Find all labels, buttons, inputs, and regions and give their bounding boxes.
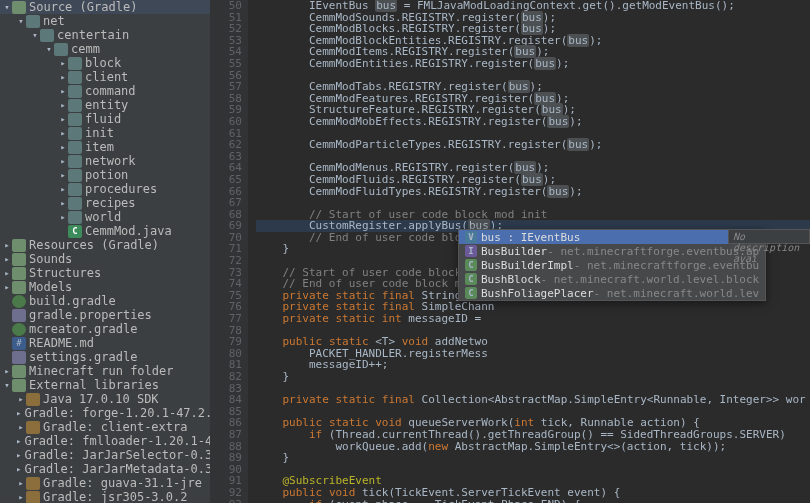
tree-item[interactable]: ▸Sounds xyxy=(0,252,210,266)
code-line[interactable]: workQueue.add(new AbstractMap.SimpleEntr… xyxy=(256,441,810,453)
tree-arrow-icon[interactable]: ▸ xyxy=(2,254,12,264)
code-line[interactable]: private static int messageID = xyxy=(256,313,810,325)
tree-item[interactable]: ▸Minecraft run folder xyxy=(0,364,210,378)
code-line[interactable]: } xyxy=(256,452,810,464)
tree-arrow-icon[interactable]: ▸ xyxy=(16,422,26,432)
tree-item[interactable]: ▾centertain xyxy=(0,28,210,42)
tree-item[interactable]: ▸recipes xyxy=(0,196,210,210)
tree-item[interactable]: ▸Resources (Gradle) xyxy=(0,238,210,252)
project-tree[interactable]: ▾Source (Gradle)▾net▾centertain▾cemm▸blo… xyxy=(0,0,210,503)
tree-arrow-icon[interactable]: ▸ xyxy=(16,492,26,502)
tree-item[interactable]: ▸Models xyxy=(0,280,210,294)
completion-source: - net.minecraft.world.level.block xyxy=(541,273,760,286)
tree-item[interactable]: build.gradle xyxy=(0,294,210,308)
code-line[interactable]: CemmModFluidTypes.REGISTRY.register(bus)… xyxy=(256,186,810,198)
tree-item[interactable]: ▸init xyxy=(0,126,210,140)
autocomplete-item[interactable]: CBushBlock - net.minecraft.world.level.b… xyxy=(459,272,765,286)
tree-arrow-icon[interactable]: ▸ xyxy=(2,366,12,376)
tree-arrow-icon[interactable]: ▸ xyxy=(58,58,68,68)
tree-arrow-icon[interactable]: ▸ xyxy=(58,142,68,152)
tree-item[interactable]: ▾Source (Gradle) xyxy=(0,0,210,14)
tree-item[interactable]: ▸Gradle: client-extra xyxy=(0,420,210,434)
tree-arrow-icon[interactable]: ▸ xyxy=(58,100,68,110)
code-line[interactable]: CemmModMobEffects.REGISTRY.register(bus)… xyxy=(256,116,810,128)
tree-arrow-icon[interactable]: ▸ xyxy=(2,240,12,250)
tree-arrow-icon[interactable]: ▸ xyxy=(58,198,68,208)
tree-item[interactable]: ▾net xyxy=(0,14,210,28)
autocomplete-popup[interactable]: Vbus : IEventBusIBusBuilder - net.minecr… xyxy=(458,229,766,301)
code-line[interactable]: CemmModFluids.REGISTRY.register(bus); xyxy=(256,174,810,186)
tree-item[interactable]: ▸Gradle: JarJarMetadata-0.3.19 xyxy=(0,462,210,476)
code-editor[interactable]: 5051525354555657585960616263646566676869… xyxy=(210,0,810,503)
code-line[interactable]: private static final Collection<Abstract… xyxy=(256,394,810,406)
tree-arrow-icon[interactable]: ▸ xyxy=(16,464,21,474)
tree-arrow-icon[interactable]: ▸ xyxy=(58,86,68,96)
md-icon: # xyxy=(12,337,26,350)
tree-arrow-icon[interactable]: ▸ xyxy=(16,450,21,460)
tree-item[interactable]: ▸Structures xyxy=(0,266,210,280)
tree-arrow-icon[interactable]: ▾ xyxy=(2,2,12,12)
autocomplete-item[interactable]: CBusBuilderImpl - net.minecraftforge.eve… xyxy=(459,258,765,272)
tree-item[interactable]: settings.gradle xyxy=(0,350,210,364)
folder-icon xyxy=(12,239,26,252)
tree-arrow-icon[interactable]: ▸ xyxy=(16,478,26,488)
tree-item[interactable]: gradle.properties xyxy=(0,308,210,322)
tree-arrow-icon[interactable]: ▸ xyxy=(58,184,68,194)
tree-arrow-icon[interactable]: ▾ xyxy=(30,30,40,40)
tree-item-label: procedures xyxy=(85,182,157,196)
tree-item[interactable]: ▸procedures xyxy=(0,182,210,196)
folder-icon xyxy=(12,267,26,280)
code-line[interactable]: CemmModParticleTypes.REGISTRY.register(b… xyxy=(256,139,810,151)
tree-item[interactable]: mcreator.gradle xyxy=(0,322,210,336)
tree-item-label: Gradle: guava-31.1-jre xyxy=(43,476,202,490)
autocomplete-item[interactable]: CBushFoliagePlacer - net.minecraft.world… xyxy=(459,286,765,300)
tree-item[interactable]: #README.md xyxy=(0,336,210,350)
tree-arrow-icon[interactable]: ▸ xyxy=(16,394,26,404)
tree-item[interactable]: ▸Gradle: forge-1.20.1-47.2.0_mapped_offi… xyxy=(0,406,210,420)
pkg-icon xyxy=(68,141,82,154)
tree-item[interactable]: ▸Java 17.0.10 SDK xyxy=(0,392,210,406)
tree-arrow-icon[interactable]: ▸ xyxy=(58,170,68,180)
code-line[interactable]: messageID++; xyxy=(256,359,810,371)
tree-arrow-icon[interactable]: ▸ xyxy=(58,212,68,222)
tree-item[interactable]: ▸Gradle: jsr305-3.0.2 xyxy=(0,490,210,503)
tree-arrow-icon[interactable]: ▸ xyxy=(58,114,68,124)
code-line[interactable]: CemmModTabs.REGISTRY.register(bus); xyxy=(256,81,810,93)
tree-arrow-icon[interactable]: ▸ xyxy=(16,436,21,446)
tree-item[interactable]: ▸fluid xyxy=(0,112,210,126)
tree-arrow-icon[interactable]: ▸ xyxy=(2,268,12,278)
tree-arrow-icon[interactable]: ▸ xyxy=(2,282,12,292)
autocomplete-item[interactable]: Vbus : IEventBus xyxy=(459,230,765,244)
code-line[interactable]: IEventBus bus = FMLJavaModLoadingContext… xyxy=(256,0,810,12)
tree-arrow-icon[interactable]: ▸ xyxy=(58,128,68,138)
tree-arrow-icon[interactable]: ▸ xyxy=(58,156,68,166)
code-line[interactable]: if (Thread.currentThread().getThreadGrou… xyxy=(256,429,810,441)
tree-item[interactable]: ▸Gradle: guava-31.1-jre xyxy=(0,476,210,490)
tree-item-label: Structures xyxy=(29,266,101,280)
tree-item[interactable]: ▸client xyxy=(0,70,210,84)
tree-item[interactable]: CCemmMod.java xyxy=(0,224,210,238)
completion-kind-icon: C xyxy=(465,287,477,299)
code-line[interactable]: if (event.phase == TickEvent.Phase.END) … xyxy=(256,499,810,503)
tree-item[interactable]: ▸item xyxy=(0,140,210,154)
pkg-icon xyxy=(68,183,82,196)
tree-item[interactable]: ▸block xyxy=(0,56,210,70)
tree-arrow-icon[interactable]: ▸ xyxy=(58,72,68,82)
tree-item[interactable]: ▸entity xyxy=(0,98,210,112)
tree-item[interactable]: ▸command xyxy=(0,84,210,98)
tree-arrow-icon[interactable]: ▾ xyxy=(2,380,12,390)
tree-item[interactable]: ▸potion xyxy=(0,168,210,182)
tree-item[interactable]: ▾External libraries xyxy=(0,378,210,392)
autocomplete-item[interactable]: IBusBuilder - net.minecraftforge.eventbu… xyxy=(459,244,765,258)
tree-item[interactable]: ▸Gradle: JarJarSelector-0.3.19 xyxy=(0,448,210,462)
tree-arrow-icon[interactable]: ▸ xyxy=(16,408,21,418)
tree-item[interactable]: ▸network xyxy=(0,154,210,168)
tree-item[interactable]: ▾cemm xyxy=(0,42,210,56)
tree-arrow-icon[interactable]: ▾ xyxy=(44,44,54,54)
code-line[interactable]: CemmModEntities.REGISTRY.register(bus); xyxy=(256,58,810,70)
tree-item[interactable]: ▸world xyxy=(0,210,210,224)
code-line[interactable]: public void tick(TickEvent.ServerTickEve… xyxy=(256,487,810,499)
tree-arrow-icon[interactable]: ▾ xyxy=(16,16,26,26)
tree-item[interactable]: ▸Gradle: fmlloader-1.20.1-47.2.0 xyxy=(0,434,210,448)
code-line[interactable]: } xyxy=(256,371,810,383)
